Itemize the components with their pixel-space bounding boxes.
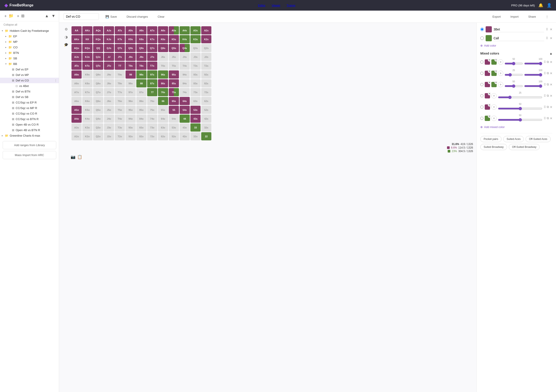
sidebar-item-bb[interactable]: ▾ 📁BB — [0, 61, 59, 67]
add-ranges-button[interactable]: Add ranges from Library — [3, 141, 56, 149]
cell-KJs[interactable]: KJs — [104, 35, 114, 43]
cell-A8s[interactable]: A8s — [136, 26, 147, 34]
cell-AKo[interactable]: AKo — [71, 35, 82, 43]
cell-A7o[interactable]: A7o — [71, 88, 82, 96]
slider1-4[interactable] — [498, 107, 542, 110]
mixed-drag-0[interactable]: ⠿ — [544, 60, 546, 64]
mixed-remove-4[interactable]: ✕ — [550, 105, 552, 109]
cell-85o[interactable]: 85o — [136, 106, 147, 114]
cell-44[interactable]: 44 — [180, 115, 190, 123]
mixed-remove-0[interactable]: ✕ — [550, 60, 552, 64]
cell-A3s[interactable]: A3s — [190, 26, 201, 34]
tree-more-button[interactable]: ⋮ — [54, 79, 57, 82]
cell-ATo[interactable]: ATo — [71, 62, 82, 70]
cell-KTs[interactable]: KTs — [115, 35, 125, 43]
slider1-5[interactable] — [498, 118, 542, 122]
cell-T4o[interactable]: T4o — [115, 115, 125, 123]
mixed-swatch-1-1[interactable]: ✕ — [491, 71, 497, 76]
cell-52o[interactable]: 52o — [169, 132, 179, 140]
mixed-colors-chevron[interactable]: ▲ — [549, 52, 552, 55]
mixed-remove-3[interactable]: ✕ — [550, 94, 552, 98]
color-name-input-1[interactable] — [494, 36, 544, 41]
sidebar-item-cc/sqz-vs-co-r[interactable]: ⊞CC/Sqz vs CO R — [0, 111, 59, 116]
cell-T3o[interactable]: T3o — [115, 123, 125, 132]
move-down-button[interactable]: ▼ — [51, 14, 55, 18]
cell-KQo[interactable]: KQo — [82, 44, 93, 52]
mixed-drag-5[interactable]: ⠿ — [544, 117, 546, 120]
cell-33[interactable]: 33 — [190, 123, 201, 132]
share-button[interactable]: Share — [525, 14, 539, 20]
more-button[interactable]: ⋮ — [542, 14, 552, 20]
cell-J9o[interactable]: J9o — [104, 71, 114, 78]
mixed-copy-0[interactable]: ⧉ — [547, 60, 549, 64]
mixed-copy-4[interactable]: ⧉ — [547, 105, 549, 109]
cell-Q3s[interactable]: Q3s — [190, 44, 201, 52]
mixed-remove-1[interactable]: ✕ — [550, 71, 552, 75]
cell-AQo[interactable]: AQo — [71, 44, 82, 52]
cell-Q9s[interactable]: Q9s — [125, 44, 136, 52]
cell-62s[interactable]: 62s — [201, 97, 211, 105]
cell-TT[interactable]: TT — [115, 62, 125, 70]
cell-73o[interactable]: 73o — [147, 123, 157, 132]
cell-54s[interactable]: 54s — [180, 106, 190, 114]
cell-K4o[interactable]: K4o — [82, 115, 93, 123]
cell-95s[interactable]: 95s — [169, 71, 179, 78]
cell-KJo[interactable]: KJo — [82, 53, 93, 61]
cell-QJs[interactable]: QJs — [104, 44, 114, 52]
cell-65s[interactable]: 65s — [169, 97, 179, 105]
mixed-copy-1[interactable]: ⧉ — [547, 71, 549, 75]
sidebar-item-greenline-charts-6-max[interactable]: ▸ 📁Greenline Charts 6-max — [0, 133, 59, 138]
cell-J9s[interactable]: J9s — [125, 53, 136, 61]
cell-A4o[interactable]: A4o — [71, 115, 82, 123]
cell-75s[interactable]: 75s — [169, 88, 179, 96]
cell-K6o[interactable]: K6o — [82, 97, 93, 105]
cell-83o[interactable]: 83o — [136, 123, 147, 132]
discard-button[interactable]: Discard changes — [124, 14, 151, 20]
cell-AA[interactable]: AA — [71, 26, 82, 34]
cell-97o[interactable]: 97o — [125, 88, 136, 96]
quick-select-off-suited-broadway[interactable]: Off-Suited Broadway — [509, 144, 540, 150]
remove-mixed-swatch-5-0[interactable]: ✕ — [488, 115, 491, 118]
sidebar-item-cc/sqz-vs-ep-r[interactable]: ⊞CC/Sqz vs EP R — [0, 100, 59, 105]
cell-A8o[interactable]: A8o — [71, 79, 82, 87]
cell-87s[interactable]: 87s — [147, 79, 157, 87]
cell-J7s[interactable]: J7s — [147, 53, 157, 61]
cell-J3o[interactable]: J3o — [104, 123, 114, 132]
slider1-1[interactable] — [505, 73, 523, 77]
camera-icon[interactable]: 📷 — [71, 155, 76, 159]
color-radio-0[interactable] — [480, 28, 484, 31]
color-swatch-0[interactable] — [486, 26, 492, 32]
cell-Q5s[interactable]: Q5s — [169, 44, 179, 52]
cell-Q2o[interactable]: Q2o — [93, 132, 103, 140]
add-color-button[interactable]: ⊕ Add color — [480, 44, 496, 47]
cell-A6o[interactable]: A6o — [71, 97, 82, 105]
cell-75o[interactable]: 75o — [147, 106, 157, 114]
color-swatch-1[interactable] — [486, 35, 492, 41]
mixed-swatch-0-0[interactable]: ✕ — [485, 59, 490, 65]
slider1-3[interactable] — [498, 95, 542, 99]
mixed-swatch-5-0[interactable]: ✕ — [485, 116, 490, 121]
cell-J4s[interactable]: J4s — [180, 53, 190, 61]
filter-icon[interactable]: ⚙ — [63, 27, 70, 31]
cell-77[interactable]: 77 — [147, 88, 157, 96]
sidebar-item-btn[interactable]: ▸ 📁BTN — [0, 50, 59, 56]
cell-T5s[interactable]: T5s — [169, 62, 179, 70]
remove-mixed-swatch-0-1[interactable]: ✕ — [494, 58, 498, 62]
remove-mixed-swatch-0-0[interactable]: ✕ — [488, 58, 491, 62]
cell-53s[interactable]: 53s — [190, 106, 201, 114]
cell-A6s[interactable]: A6s — [158, 26, 168, 34]
cell-J8o[interactable]: J8o — [104, 79, 114, 87]
cell-A4s[interactable]: A4s — [180, 26, 190, 34]
cell-QTo[interactable]: QTo — [93, 62, 103, 70]
mixed-radio-4[interactable] — [480, 105, 483, 109]
add-swatch-1[interactable]: + — [498, 71, 503, 76]
cell-82s[interactable]: 82s — [201, 79, 211, 87]
user-icon[interactable]: 👤 — [547, 3, 552, 8]
cell-42o[interactable]: 42o — [180, 132, 190, 140]
import-button[interactable]: Import — [507, 14, 522, 20]
collapse-all[interactable]: Collapse all — [0, 21, 59, 28]
cell-T3s[interactable]: T3s — [190, 62, 201, 70]
cell-94o[interactable]: 94o — [125, 115, 136, 123]
cell-AJs[interactable]: AJs — [104, 26, 114, 34]
sidebar-item-open-4b-vs-co-r[interactable]: ⊞Open 4B vs CO R — [0, 122, 59, 127]
